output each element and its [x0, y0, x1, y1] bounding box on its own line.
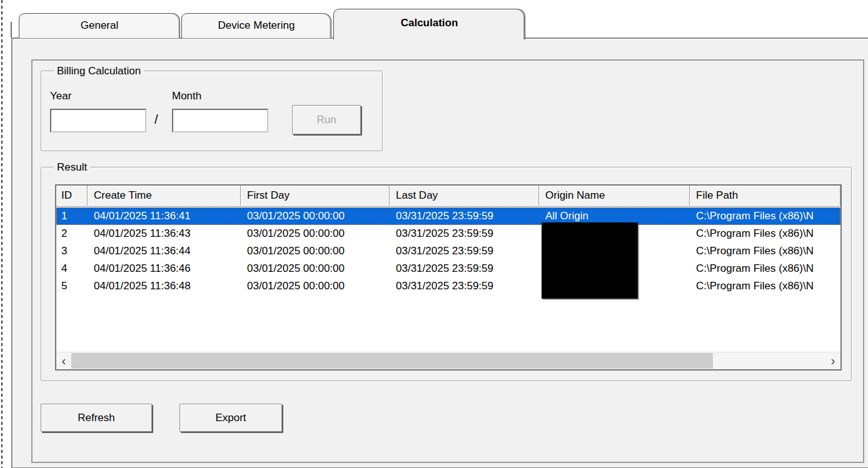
- cell-create_time: 04/01/2025 11:36:44: [88, 242, 241, 260]
- tab-control-left-edge: [11, 22, 12, 37]
- cell-last_day: 03/31/2025 23:59:59: [390, 277, 539, 295]
- scroll-left-icon[interactable]: ‹: [56, 352, 71, 369]
- cell-first_day: 03/01/2025 00:00:00: [241, 277, 390, 295]
- cell-last_day: 03/31/2025 23:59:59: [390, 225, 539, 242]
- cell-create_time: 04/01/2025 11:36:46: [88, 260, 241, 277]
- result-group: Result IDCreate TimeFirst DayLast DayOri…: [41, 167, 852, 381]
- cell-id: 3: [56, 242, 88, 260]
- table-row[interactable]: 504/01/2025 11:36:4803/01/2025 00:00:000…: [56, 277, 840, 295]
- tab-calculation[interactable]: Calculation: [333, 9, 525, 39]
- run-button[interactable]: Run: [292, 105, 361, 134]
- application-window: General Device Metering Calculation Bill…: [0, 0, 868, 468]
- year-input[interactable]: [50, 109, 146, 132]
- cell-create_time: 04/01/2025 11:36:48: [88, 277, 241, 295]
- table-row[interactable]: 304/01/2025 11:36:4403/01/2025 00:00:000…: [56, 242, 840, 260]
- column-header-last_day[interactable]: Last Day: [390, 186, 539, 206]
- month-input[interactable]: [172, 109, 268, 132]
- cell-id: 2: [56, 225, 88, 242]
- tab-general[interactable]: General: [19, 13, 180, 38]
- cell-create_time: 04/01/2025 11:36:41: [88, 207, 241, 225]
- cell-file_path: C:\Program Files (x86)\N: [690, 242, 840, 260]
- billing-calculation-group: Billing Calculation Year / Month Run: [41, 71, 383, 151]
- year-label: Year: [50, 90, 71, 102]
- tab-device-metering[interactable]: Device Metering: [181, 13, 331, 38]
- cell-first_day: 03/01/2025 00:00:00: [241, 225, 390, 242]
- cell-id: 5: [56, 277, 88, 295]
- cell-last_day: 03/31/2025 23:59:59: [390, 207, 539, 225]
- table-row[interactable]: 404/01/2025 11:36:4603/01/2025 00:00:000…: [56, 260, 840, 277]
- column-header-create_time[interactable]: Create Time: [88, 186, 241, 206]
- cell-first_day: 03/01/2025 00:00:00: [241, 260, 390, 277]
- refresh-button[interactable]: Refresh: [41, 404, 152, 432]
- scroll-right-icon[interactable]: ›: [825, 352, 840, 369]
- column-header-first_day[interactable]: First Day: [241, 186, 390, 206]
- column-header-origin_name[interactable]: Origin Name: [539, 186, 690, 206]
- cell-first_day: 03/01/2025 00:00:00: [241, 242, 390, 260]
- redaction-box: [542, 222, 638, 299]
- cell-file_path: C:\Program Files (x86)\N: [690, 207, 840, 225]
- table-row[interactable]: 204/01/2025 11:36:4303/01/2025 00:00:000…: [56, 225, 840, 242]
- cell-create_time: 04/01/2025 11:36:43: [88, 225, 241, 242]
- column-header-file_path[interactable]: File Path: [690, 186, 840, 206]
- billing-group-title: Billing Calculation: [54, 64, 144, 77]
- cell-file_path: C:\Program Files (x86)\N: [690, 260, 840, 277]
- scrollbar-thumb[interactable]: [71, 353, 713, 369]
- result-table: IDCreate TimeFirst DayLast DayOrigin Nam…: [55, 184, 842, 371]
- cell-first_day: 03/01/2025 00:00:00: [241, 207, 390, 225]
- export-button[interactable]: Export: [179, 404, 282, 432]
- cell-file_path: C:\Program Files (x86)\N: [690, 277, 840, 295]
- result-group-title: Result: [54, 161, 90, 174]
- cell-id: 1: [56, 207, 88, 225]
- date-separator: /: [154, 112, 158, 127]
- column-header-id[interactable]: ID: [56, 186, 88, 206]
- cell-last_day: 03/31/2025 23:59:59: [390, 260, 539, 277]
- horizontal-scrollbar[interactable]: ‹ ›: [56, 352, 840, 369]
- cell-file_path: C:\Program Files (x86)\N: [690, 225, 840, 242]
- cell-last_day: 03/31/2025 23:59:59: [390, 242, 539, 260]
- month-label: Month: [172, 90, 201, 102]
- cell-id: 4: [56, 260, 88, 277]
- window-left-border-fragment: [1, 0, 3, 468]
- table-row[interactable]: 104/01/2025 11:36:4103/01/2025 00:00:000…: [56, 207, 840, 225]
- table-header: IDCreate TimeFirst DayLast DayOrigin Nam…: [56, 186, 840, 207]
